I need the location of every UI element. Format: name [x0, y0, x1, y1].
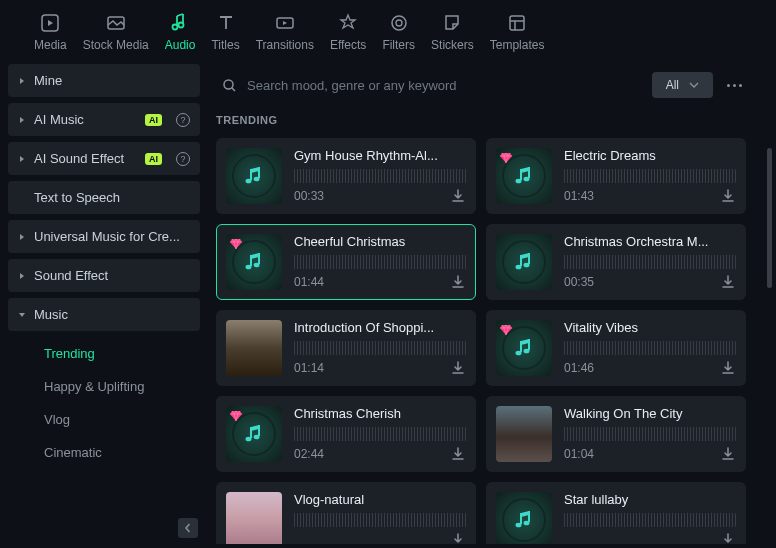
nav-stickers[interactable]: Stickers [427, 12, 478, 52]
filters-icon [388, 12, 410, 34]
sidebar-item-label: Text to Speech [34, 190, 190, 205]
download-icon [450, 274, 466, 290]
nav-stock-media[interactable]: Stock Media [79, 12, 153, 52]
more-options-button[interactable] [723, 84, 746, 87]
search-input[interactable] [247, 78, 636, 93]
download-button[interactable] [720, 446, 736, 462]
track-info: Star lullaby [564, 492, 736, 544]
caret-down-icon [18, 311, 26, 319]
track-info: Electric Dreams 01:43 [564, 148, 736, 204]
help-icon[interactable]: ? [176, 152, 190, 166]
premium-diamond-icon [229, 409, 243, 423]
track-grid: Gym House Rhythm-Al... 00:33 Electric Dr… [216, 138, 746, 544]
track-item[interactable]: Walking On The City 01:04 [486, 396, 746, 472]
track-item[interactable]: Vlog-natural [216, 482, 476, 544]
svg-point-8 [396, 20, 402, 26]
download-icon [450, 188, 466, 204]
svg-point-4 [179, 23, 184, 28]
premium-diamond-icon [229, 237, 243, 251]
track-title: Vlog-natural [294, 492, 466, 507]
track-item[interactable]: Christmas Orchestra M... 00:35 [486, 224, 746, 300]
sidebar-item-text-to-speech[interactable]: Text to Speech [8, 181, 200, 214]
waveform [294, 513, 466, 527]
ai-badge: AI [145, 114, 162, 126]
svg-point-22 [516, 351, 522, 356]
search-icon [222, 78, 237, 93]
sidebar-subitem-vlog[interactable]: Vlog [8, 403, 200, 436]
music-note-icon [512, 250, 536, 274]
track-thumbnail [226, 148, 282, 204]
download-button[interactable] [450, 532, 466, 544]
caret-right-icon [18, 272, 26, 280]
download-button[interactable] [450, 274, 466, 290]
caret-right-icon [18, 155, 26, 163]
track-duration: 02:44 [294, 447, 324, 461]
svg-point-3 [173, 25, 178, 30]
track-info: Christmas Cherish 02:44 [294, 406, 466, 462]
nav-templates[interactable]: Templates [486, 12, 549, 52]
sidebar-subitem-happy-uplifting[interactable]: Happy & Uplifting [8, 370, 200, 403]
svg-point-16 [516, 179, 522, 184]
svg-point-27 [524, 521, 530, 526]
filter-all-label: All [666, 78, 679, 92]
caret-right-icon [18, 233, 26, 241]
download-button[interactable] [720, 188, 736, 204]
track-item[interactable]: Electric Dreams 01:43 [486, 138, 746, 214]
track-item[interactable]: Introduction Of Shoppi... 01:14 [216, 310, 476, 386]
track-thumbnail [226, 406, 282, 462]
download-icon [720, 360, 736, 376]
sidebar-subitem-trending[interactable]: Trending [8, 337, 200, 370]
main: MineAI MusicAI?AI Sound EffectAI?Text to… [0, 58, 776, 544]
download-button[interactable] [450, 360, 466, 376]
download-button[interactable] [720, 360, 736, 376]
help-icon[interactable]: ? [176, 113, 190, 127]
nav-label: Effects [330, 38, 366, 52]
nav-media[interactable]: Media [30, 12, 71, 52]
music-note-icon [512, 164, 536, 188]
download-button[interactable] [450, 188, 466, 204]
waveform [294, 255, 466, 269]
waveform [564, 341, 736, 355]
sidebar-item-music[interactable]: Music [8, 298, 200, 331]
sidebar-item-ai-sound-effect[interactable]: AI Sound EffectAI? [8, 142, 200, 175]
track-item[interactable]: Vitality Vibes 01:46 [486, 310, 746, 386]
sidebar-item-universal-music-for-cre-[interactable]: Universal Music for Cre... [8, 220, 200, 253]
scrollbar[interactable] [767, 148, 772, 288]
download-button[interactable] [450, 446, 466, 462]
download-icon [720, 446, 736, 462]
waveform [294, 341, 466, 355]
search-row: All [216, 68, 746, 114]
filter-all-dropdown[interactable]: All [652, 72, 713, 98]
track-item[interactable]: Gym House Rhythm-Al... 00:33 [216, 138, 476, 214]
nav-transitions[interactable]: Transitions [252, 12, 318, 52]
sidebar-item-mine[interactable]: Mine [8, 64, 200, 97]
sidebar-item-ai-music[interactable]: AI MusicAI? [8, 103, 200, 136]
download-icon [450, 446, 466, 462]
download-button[interactable] [720, 532, 736, 544]
nav-titles[interactable]: Titles [207, 12, 243, 52]
sidebar-item-label: Sound Effect [34, 268, 190, 283]
track-thumbnail [496, 148, 552, 204]
track-item[interactable]: Star lullaby [486, 482, 746, 544]
waveform [564, 427, 736, 441]
collapse-sidebar-button[interactable] [178, 518, 198, 538]
nav-audio[interactable]: Audio [161, 12, 200, 52]
effects-icon [337, 12, 359, 34]
track-item[interactable]: Christmas Cherish 02:44 [216, 396, 476, 472]
caret-right-icon [18, 77, 26, 85]
section-title: TRENDING [216, 114, 746, 126]
track-info: Gym House Rhythm-Al... 00:33 [294, 148, 466, 204]
chevron-down-icon [689, 82, 699, 88]
svg-point-21 [524, 263, 530, 268]
nav-filters[interactable]: Filters [378, 12, 419, 52]
track-info: Vitality Vibes 01:46 [564, 320, 736, 376]
download-icon [720, 274, 736, 290]
sidebar-item-sound-effect[interactable]: Sound Effect [8, 259, 200, 292]
track-item[interactable]: Cheerful Christmas 01:44 [216, 224, 476, 300]
waveform [564, 513, 736, 527]
media-icon [39, 12, 61, 34]
download-button[interactable] [720, 274, 736, 290]
sidebar-subitem-cinematic[interactable]: Cinematic [8, 436, 200, 469]
music-note-icon [242, 422, 266, 446]
nav-effects[interactable]: Effects [326, 12, 370, 52]
